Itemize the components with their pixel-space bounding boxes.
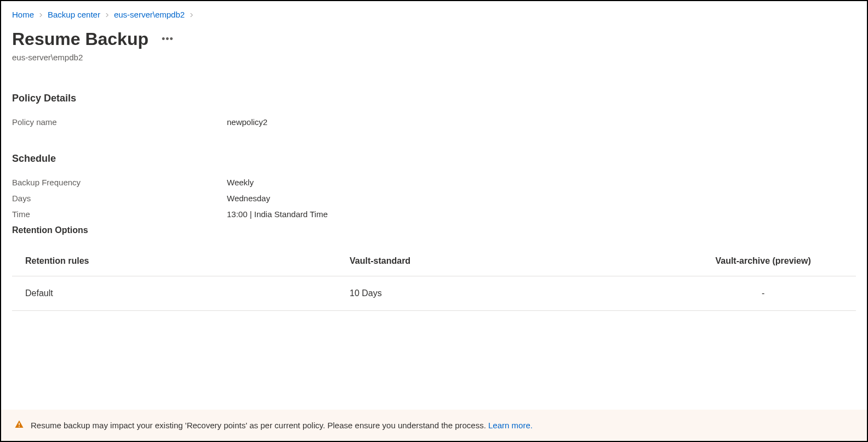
page-header: Resume Backup ••• [12, 29, 856, 49]
backup-frequency-label: Backup Frequency [12, 178, 227, 187]
svg-rect-0 [19, 423, 20, 426]
retention-options-heading: Retention Options [12, 225, 856, 235]
time-value: 13:00 | India Standard Time [227, 209, 328, 219]
vault-archive-header: Vault-archive (preview) [670, 248, 856, 276]
warning-icon [14, 420, 24, 431]
warning-message: Resume backup may impact your existing '… [31, 421, 488, 430]
vault-standard-header: Vault-standard [350, 248, 670, 276]
time-label: Time [12, 209, 227, 219]
schedule-section: Schedule Backup Frequency Weekly Days We… [12, 153, 856, 311]
more-icon[interactable]: ••• [162, 33, 174, 45]
retention-vault-standard: 10 Days [350, 276, 670, 311]
policy-name-label: Policy name [12, 117, 227, 127]
breadcrumb-resource[interactable]: eus-server\empdb2 [114, 10, 185, 19]
days-row: Days Wednesday [12, 194, 856, 203]
backup-frequency-value: Weekly [227, 178, 254, 187]
page-title: Resume Backup [12, 29, 149, 49]
chevron-right-icon [189, 10, 194, 19]
chevron-right-icon [38, 10, 43, 19]
policy-details-heading: Policy Details [12, 93, 856, 104]
retention-rule-name: Default [12, 276, 350, 311]
svg-rect-1 [19, 426, 20, 427]
policy-name-value: newpolicy2 [227, 117, 267, 127]
policy-details-section: Policy Details Policy name newpolicy2 [12, 93, 856, 127]
breadcrumb-backup-center[interactable]: Backup center [48, 10, 100, 19]
warning-text: Resume backup may impact your existing '… [31, 421, 533, 430]
breadcrumb-home[interactable]: Home [12, 10, 34, 19]
days-label: Days [12, 194, 227, 203]
learn-more-link[interactable]: Learn more. [488, 421, 533, 430]
backup-frequency-row: Backup Frequency Weekly [12, 178, 856, 187]
breadcrumb: Home Backup center eus-server\empdb2 [12, 10, 856, 19]
time-row: Time 13:00 | India Standard Time [12, 209, 856, 219]
retention-table: Retention rules Vault-standard Vault-arc… [12, 248, 856, 311]
page-subtitle: eus-server\empdb2 [12, 53, 856, 62]
retention-vault-archive: - [670, 276, 856, 311]
days-value: Wednesday [227, 194, 270, 203]
schedule-heading: Schedule [12, 153, 856, 165]
chevron-right-icon [105, 10, 110, 19]
warning-banner: Resume backup may impact your existing '… [1, 410, 867, 441]
policy-name-row: Policy name newpolicy2 [12, 117, 856, 127]
table-row: Default 10 Days - [12, 276, 856, 311]
retention-rules-header: Retention rules [12, 248, 350, 276]
